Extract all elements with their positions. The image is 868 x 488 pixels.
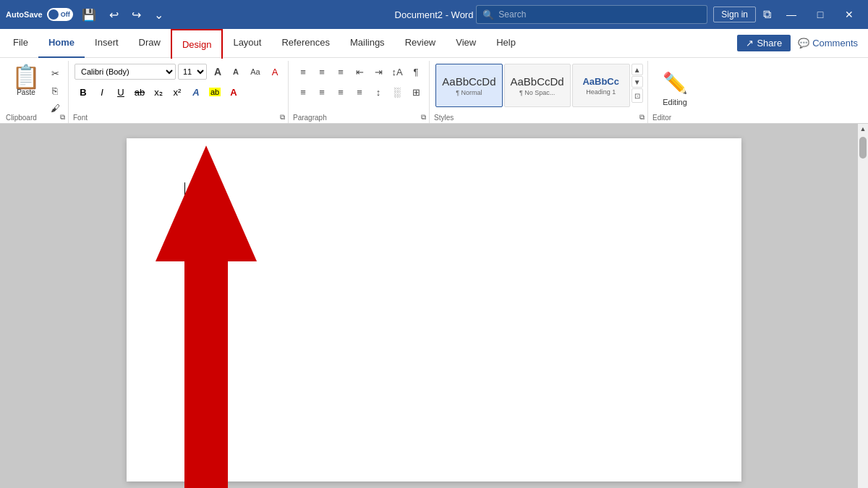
document-page[interactable] (127, 138, 741, 481)
font-group: Calibri (Body) 11 A A Aa A B I U (70, 61, 289, 123)
save-icon[interactable]: 💾 (77, 7, 101, 23)
tab-draw[interactable]: Draw (129, 29, 171, 58)
tab-home[interactable]: Home (38, 29, 85, 58)
document-scroll[interactable] (0, 124, 868, 488)
text-effects-button[interactable]: A (187, 84, 205, 100)
subscript-button[interactable]: x₂ (150, 84, 167, 100)
font-row-1: Calibri (Body) 11 A A Aa A (75, 64, 284, 80)
clipboard-footer: Clipboard ⧉ (3, 113, 68, 122)
styles-group: AaBbCcDd ¶ Normal AaBbCcDd ¶ No Spac... … (431, 61, 648, 123)
customize-icon[interactable]: ⌄ (150, 7, 168, 23)
style-normal[interactable]: AaBbCcDd ¶ Normal (435, 64, 502, 107)
numbering-button[interactable]: ≡ (313, 64, 331, 80)
maximize-button[interactable]: □ (807, 4, 833, 25)
style-heading1[interactable]: AaBbCc Heading 1 (572, 64, 630, 107)
search-input[interactable] (498, 9, 701, 20)
comments-icon: 💬 (798, 38, 809, 49)
tab-references[interactable]: References (271, 29, 339, 58)
doc-title: Document2 - Word (395, 9, 474, 20)
align-left-button[interactable]: ≡ (294, 84, 312, 100)
styles-scroll-controls: ▲ ▼ ⊡ (631, 64, 643, 103)
shrink-font-button[interactable]: A (227, 64, 244, 80)
increase-indent-button[interactable]: ⇥ (370, 64, 387, 80)
align-center-button[interactable]: ≡ (313, 84, 331, 100)
para-footer: Paragraph ⧉ (290, 113, 429, 122)
search-box[interactable]: 🔍 (476, 5, 707, 24)
bullets-button[interactable]: ≡ (294, 64, 312, 80)
tab-design[interactable]: Design (171, 29, 223, 59)
para-row-2: ≡ ≡ ≡ ≡ ↕ ░ ⊞ (294, 84, 425, 100)
styles-scroll-up[interactable]: ▲ (631, 64, 643, 75)
scroll-thumb[interactable] (859, 137, 867, 159)
main-area: ▲ ▼ (0, 124, 868, 488)
editor-footer: Editor (650, 114, 700, 122)
italic-button[interactable]: I (93, 84, 111, 100)
search-icon: 🔍 (482, 9, 494, 20)
redo-icon[interactable]: ↪ (127, 7, 145, 23)
align-right-button[interactable]: ≡ (332, 84, 349, 100)
sort-button[interactable]: ↕A (388, 64, 406, 80)
tab-help[interactable]: Help (486, 29, 526, 58)
editor-group-label: Editor (652, 114, 671, 122)
style-nospace-label: ¶ No Spac... (519, 89, 555, 96)
paste-label: Paste (17, 88, 35, 96)
style-no-space[interactable]: AaBbCcDd ¶ No Spac... (504, 64, 571, 107)
cut-button[interactable]: ✂ (46, 65, 64, 81)
highlight-color-button[interactable]: ab (206, 84, 224, 100)
borders-button[interactable]: ⊞ (407, 84, 425, 100)
font-group-label: Font (73, 114, 88, 122)
vertical-scrollbar[interactable]: ▲ ▼ (858, 124, 868, 488)
text-cursor (184, 182, 185, 195)
decrease-indent-button[interactable]: ⇤ (351, 64, 368, 80)
font-footer: Font ⧉ (70, 113, 288, 122)
copy-button[interactable]: ⎘ (46, 83, 64, 98)
restore-icon[interactable]: ⧉ (759, 7, 775, 22)
autosave-toggle[interactable]: Off (47, 8, 73, 21)
change-case-button[interactable]: Aa (247, 64, 264, 80)
show-marks-button[interactable]: ¶ (407, 64, 425, 80)
font-expand-icon[interactable]: ⧉ (280, 113, 285, 122)
tab-file[interactable]: File (3, 29, 38, 58)
paste-button[interactable]: 📋 Paste (7, 64, 45, 98)
close-button[interactable]: ✕ (836, 4, 862, 25)
justify-button[interactable]: ≡ (351, 84, 368, 100)
editor-icon: ✏️ (663, 71, 688, 95)
font-family-select[interactable]: Calibri (Body) (75, 64, 176, 80)
tab-layout[interactable]: Layout (223, 29, 271, 58)
tab-review[interactable]: Review (395, 29, 446, 58)
tab-view[interactable]: View (446, 29, 486, 58)
clipboard-sub: ✂ ⎘ 🖌 (46, 65, 64, 116)
tab-mailings[interactable]: Mailings (340, 29, 395, 58)
tabs-row: File Home Insert Draw Design Layout Refe… (0, 29, 868, 58)
signin-button[interactable]: Sign in (713, 7, 756, 22)
share-button[interactable]: ↗ Share (737, 35, 791, 51)
multilevel-button[interactable]: ≡ (332, 64, 349, 80)
para-expand-icon[interactable]: ⧉ (421, 113, 426, 122)
editor-label[interactable]: Editing (663, 98, 687, 106)
styles-expand-icon[interactable]: ⧉ (639, 113, 644, 122)
shading-button[interactable]: ░ (388, 84, 406, 100)
superscript-button[interactable]: x² (169, 84, 186, 100)
styles-group-label: Styles (434, 114, 454, 122)
paragraph-group: ≡ ≡ ≡ ⇤ ⇥ ↕A ¶ ≡ ≡ ≡ ≡ ↕ ░ ⊞ (290, 61, 430, 123)
font-color-button[interactable]: A (225, 84, 242, 100)
styles-list: AaBbCcDd ¶ Normal AaBbCcDd ¶ No Spac... … (435, 64, 629, 107)
styles-expand-button[interactable]: ⊡ (631, 88, 643, 103)
comments-button[interactable]: 💬 Comments (791, 35, 865, 51)
underline-button[interactable]: U (112, 84, 129, 100)
clipboard-group-label: Clipboard (6, 114, 37, 122)
clipboard-expand-icon[interactable]: ⧉ (60, 113, 65, 122)
grow-font-button[interactable]: A (209, 64, 226, 80)
tab-insert[interactable]: Insert (85, 29, 129, 58)
font-size-select[interactable]: 11 (178, 64, 207, 80)
styles-footer: Styles ⧉ (431, 113, 647, 122)
minimize-button[interactable]: — (778, 4, 804, 25)
styles-scroll-down[interactable]: ▼ (631, 76, 643, 88)
bold-button[interactable]: B (75, 84, 92, 100)
undo-icon[interactable]: ↩ (105, 7, 123, 23)
style-normal-preview: AaBbCcDd (442, 75, 495, 88)
line-spacing-button[interactable]: ↕ (370, 84, 387, 100)
scroll-up-arrow[interactable]: ▲ (858, 124, 868, 134)
strikethrough-button[interactable]: ab (131, 84, 148, 100)
clear-format-button[interactable]: A (266, 64, 284, 80)
